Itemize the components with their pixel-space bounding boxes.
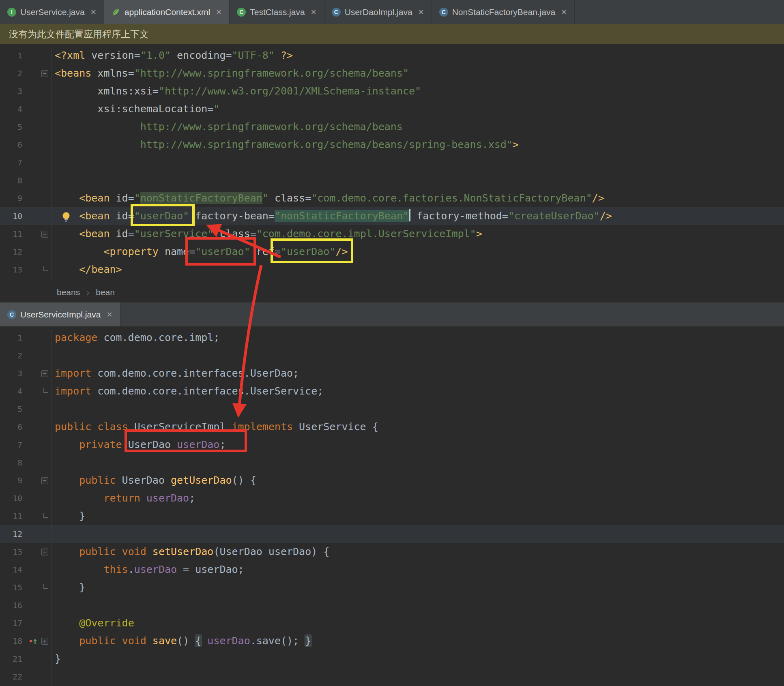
gutter [22, 189, 52, 207]
line-number: 9 [0, 189, 22, 207]
line-number: 13 [0, 261, 22, 279]
code-line[interactable]: 21} [0, 650, 784, 668]
line-number: 11 [0, 225, 22, 243]
code-line[interactable]: 2 [0, 347, 784, 364]
code-line[interactable]: 18●↑+ public void save() { userDao.save(… [0, 632, 784, 650]
code-line[interactable]: 12 <property name="userDao" ref="userDao… [0, 243, 784, 261]
code-text: xsi:schemaLocation=" [52, 100, 219, 118]
code-line[interactable]: 14 this.userDao = userDao; [0, 561, 784, 579]
fold-collapse-icon[interactable]: − [41, 370, 48, 377]
close-icon[interactable]: ✕ [311, 8, 317, 17]
fold-collapse-icon[interactable]: − [41, 477, 48, 484]
breadcrumb: beans›bean [0, 282, 784, 302]
code-text [52, 454, 55, 472]
tab-userdaoimpl-java[interactable]: CUserDaoImpl.java✕ [324, 0, 432, 24]
code-line[interactable]: 5 [0, 400, 784, 418]
intention-bulb-icon[interactable] [61, 210, 71, 222]
line-number: 13 [0, 543, 22, 561]
tab-userservice-java[interactable]: IUserService.java✕ [0, 0, 104, 24]
code-line[interactable]: 1<?xml version="1.0" encoding="UTF-8" ?> [0, 47, 784, 64]
fold-end-icon[interactable] [43, 388, 48, 393]
gutter: ●↑+ [22, 632, 52, 650]
code-line[interactable]: 9 <bean id="nonStaticFactoryBean" class=… [0, 189, 784, 207]
gutter [22, 561, 52, 579]
fold-collapse-icon[interactable]: − [41, 231, 48, 238]
code-line[interactable]: 15 } [0, 579, 784, 596]
line-number: 6 [0, 418, 22, 436]
code-line[interactable]: 16 [0, 596, 784, 614]
fold-expand-icon[interactable]: + [41, 638, 48, 645]
code-line[interactable]: 8 [0, 454, 784, 472]
code-line[interactable]: 11 } [0, 507, 784, 525]
override-arrow: ↑ [32, 637, 38, 645]
line-number: 7 [0, 154, 22, 172]
fold-end-icon[interactable] [43, 584, 48, 589]
line-number: 3 [0, 364, 22, 382]
spring-leaf-icon [112, 8, 120, 17]
gutter [22, 207, 52, 225]
fold-collapse-icon[interactable]: − [41, 549, 48, 555]
breadcrumb-item-bean[interactable]: bean [96, 287, 115, 297]
breadcrumb-item-beans[interactable]: beans [57, 287, 80, 297]
code-line[interactable]: 8 [0, 172, 784, 189]
line-number: 3 [0, 82, 22, 100]
tab-userserviceimpl-java[interactable]: CUserServiceImpl.java✕ [0, 302, 120, 326]
fold-end-icon[interactable] [43, 266, 48, 271]
tab-testclass-java[interactable]: CTestClass.java✕ [230, 0, 324, 24]
line-number: 12 [0, 243, 22, 261]
line-number: 4 [0, 100, 22, 118]
code-text: this.userDao = userDao; [52, 561, 244, 579]
tab-nonstaticfactorybean-java[interactable]: CNonStaticFactoryBean.java✕ [432, 0, 575, 24]
gutter [22, 261, 52, 279]
tab-applicationcontext-xml[interactable]: applicationContext.xml✕ [104, 0, 230, 24]
code-line[interactable]: 5 http://www.springframework.org/schema/… [0, 118, 784, 136]
close-icon[interactable]: ✕ [418, 8, 424, 17]
gutter: − [22, 472, 52, 489]
close-icon[interactable]: ✕ [561, 8, 567, 17]
fold-end-icon[interactable] [43, 513, 48, 518]
code-line[interactable]: 9− public UserDao getUserDao() { [0, 472, 784, 489]
line-number: 1 [0, 47, 22, 64]
gutter [22, 347, 52, 364]
close-icon[interactable]: ✕ [90, 8, 97, 17]
code-line[interactable]: 10 return userDao; [0, 489, 784, 507]
code-line[interactable]: 4import com.demo.core.interfaces.UserSer… [0, 382, 784, 400]
code-line[interactable]: 13− public void setUserDao(UserDao userD… [0, 543, 784, 561]
breadcrumb-separator: › [86, 287, 89, 297]
code-line[interactable]: 2−<beans xmlns="http://www.springframewo… [0, 64, 784, 82]
close-icon[interactable]: ✕ [106, 310, 112, 319]
fold-collapse-icon[interactable]: − [41, 70, 48, 77]
code-text: public UserDao getUserDao() { [52, 472, 256, 489]
code-line[interactable]: 7 [0, 154, 784, 172]
code-line[interactable]: 10 <bean id="userDao" factory-bean="nonS… [0, 207, 784, 225]
code-line[interactable]: 17 @Override [0, 614, 784, 632]
code-line[interactable]: 4 xsi:schemaLocation=" [0, 100, 784, 118]
interface-icon: I [7, 8, 16, 17]
close-icon[interactable]: ✕ [216, 8, 222, 17]
code-line[interactable]: 7 private UserDao userDao; [0, 436, 784, 454]
implements-method-icon[interactable]: ●↑ [30, 632, 38, 650]
code-text: <bean id="userService" class="com.demo.c… [52, 225, 482, 243]
code-line[interactable]: 12 [0, 525, 784, 543]
gutter [22, 507, 52, 525]
code-text: <bean id="userDao" factory-bean="nonStat… [52, 207, 612, 225]
ide-window: IUserService.java✕applicationContext.xml… [0, 0, 784, 686]
line-number: 22 [0, 668, 22, 686]
gutter [22, 382, 52, 400]
code-line[interactable]: 1package com.demo.core.impl; [0, 329, 784, 347]
gutter: − [22, 64, 52, 82]
code-line[interactable]: 6 http://www.springframework.org/schema/… [0, 136, 784, 154]
code-line[interactable]: 22 [0, 668, 784, 686]
line-number: 16 [0, 596, 22, 614]
line-number: 2 [0, 64, 22, 82]
code-line[interactable]: 3−import com.demo.core.interfaces.UserDa… [0, 364, 784, 382]
code-line[interactable]: 3 xmlns:xsi="http://www.w3.org/2001/XMLS… [0, 82, 784, 100]
code-line[interactable]: 13 </bean> [0, 261, 784, 279]
code-line[interactable]: 11− <bean id="userService" class="com.de… [0, 225, 784, 243]
gutter [22, 47, 52, 64]
code-line[interactable]: 6public class UserServiceImpl implements… [0, 418, 784, 436]
line-number: 14 [0, 561, 22, 579]
code-text: </bean> [52, 261, 122, 279]
class-icon: C [237, 8, 246, 17]
tab-label: UserService.java [20, 7, 85, 17]
